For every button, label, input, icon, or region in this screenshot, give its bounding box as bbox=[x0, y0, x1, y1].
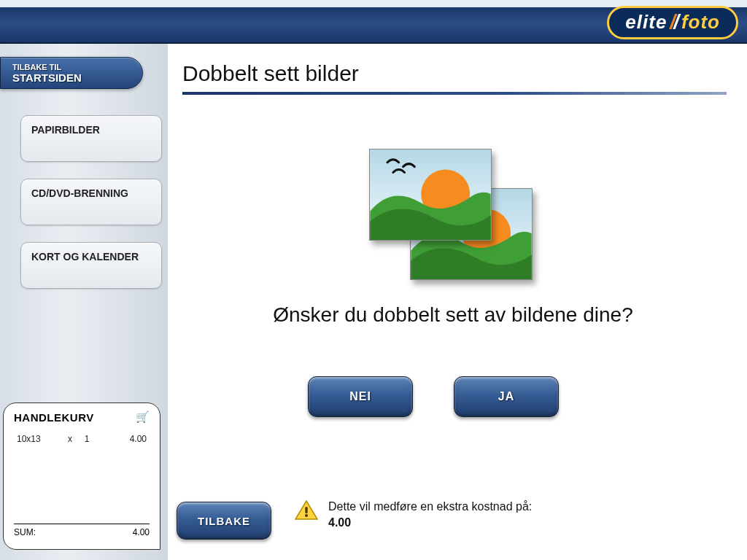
double-photo-illustration bbox=[369, 149, 537, 287]
cart-title: HANDLEKURV bbox=[14, 411, 94, 424]
cart-icon: 🛒 bbox=[136, 411, 150, 424]
home-button[interactable]: TILBAKE TIL STARTSIDEN bbox=[0, 57, 143, 89]
cart-sum-row: SUM: 4.00 bbox=[14, 524, 150, 537]
sidebar-item-label: PAPIRBILDER bbox=[31, 123, 100, 136]
cart-line-price: 4.00 bbox=[94, 434, 147, 444]
svg-point-3 bbox=[305, 514, 308, 517]
warning-text-block: Dette vil medføre en ekstra kostnad på: … bbox=[328, 500, 532, 529]
svg-rect-2 bbox=[305, 507, 307, 513]
extra-cost-warning: Dette vil medføre en ekstra kostnad på: … bbox=[295, 500, 729, 529]
cart-line: 10x13 x 1 4.00 bbox=[4, 427, 160, 444]
warning-amount: 4.00 bbox=[328, 516, 532, 529]
back-button[interactable]: TILBAKE bbox=[177, 502, 271, 540]
cart-sum-value: 4.00 bbox=[133, 527, 150, 537]
title-divider bbox=[182, 92, 727, 95]
page-title: Dobbelt sett bilder bbox=[169, 48, 737, 92]
cart-line-product: 10x13 bbox=[17, 434, 61, 444]
warning-icon bbox=[295, 500, 318, 521]
sidebar-item-papirbilder[interactable]: PAPIRBILDER bbox=[20, 115, 162, 162]
prompt-text: Ønsker du dobbelt sett av bildene dine? bbox=[220, 303, 686, 327]
yes-button[interactable]: JA bbox=[454, 376, 559, 417]
brand-logo: elite // foto bbox=[607, 6, 738, 39]
no-button[interactable]: NEI bbox=[308, 376, 413, 417]
photo-thumb-front bbox=[369, 149, 492, 241]
cart-line-x: x bbox=[61, 434, 80, 444]
sidebar-item-cddvd[interactable]: CD/DVD-BRENNING bbox=[20, 179, 162, 225]
logo-text-left: elite bbox=[625, 11, 667, 34]
logo-text-right: foto bbox=[681, 11, 720, 34]
home-button-line1: TILBAKE TIL bbox=[12, 63, 142, 71]
app-header: elite // foto bbox=[0, 0, 747, 44]
main-content: Dobbelt sett bilder Ønsker du dobbelt se… bbox=[169, 48, 737, 550]
sidebar-item-label: KORT OG KALENDER bbox=[31, 250, 139, 263]
cart-panel: HANDLEKURV 🛒 10x13 x 1 4.00 SUM: 4.00 bbox=[3, 402, 160, 550]
sidebar-item-kort-kalender[interactable]: KORT OG KALENDER bbox=[20, 242, 162, 289]
warning-message: Dette vil medføre en ekstra kostnad på: bbox=[328, 500, 532, 513]
cart-line-qty: 1 bbox=[80, 434, 94, 444]
logo-slashes-icon: // bbox=[670, 10, 677, 34]
home-button-line2: STARTSIDEN bbox=[12, 71, 142, 84]
cart-sum-label: SUM: bbox=[14, 527, 36, 537]
sidebar-item-label: CD/DVD-BRENNING bbox=[31, 187, 128, 200]
landscape-icon bbox=[370, 149, 491, 240]
